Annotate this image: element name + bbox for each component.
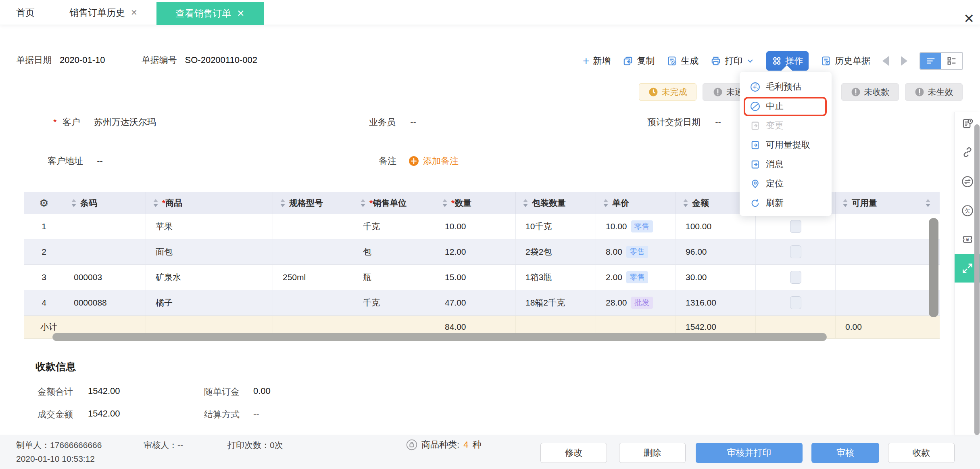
tab-home[interactable]: 首页 — [16, 0, 35, 25]
menu-item-available-extract[interactable]: 可用量提取 — [740, 135, 832, 155]
modify-button[interactable]: 修改 — [540, 443, 607, 463]
audit-and-print-button[interactable]: 审核并打印 — [696, 443, 803, 463]
doc-arrow-icon — [750, 140, 760, 150]
horizontal-scrollbar[interactable] — [52, 333, 827, 341]
salesman-field[interactable]: 业务员 -- — [369, 116, 416, 128]
sort-icon — [926, 199, 930, 207]
sort-icon — [71, 199, 76, 207]
location-pin-icon — [750, 179, 760, 189]
menu-item-label: 中止 — [766, 100, 784, 112]
row-checkbox[interactable] — [790, 245, 801, 258]
cell-select — [756, 265, 836, 290]
table-vertical-scrollbar[interactable] — [929, 218, 938, 317]
menu-item-profit-estimate[interactable]: 毛 毛利预估 — [740, 77, 832, 96]
action-label: 操作 — [785, 55, 803, 67]
price-type-tag[interactable]: 零售 — [626, 271, 648, 283]
row-checkbox[interactable] — [790, 296, 801, 309]
tab-view-sales-order[interactable]: 查看销售订单 ✕ — [156, 2, 264, 25]
price-type-tag[interactable]: 批发 — [631, 297, 653, 309]
cell-select — [756, 290, 836, 315]
table-row[interactable]: 1 苹果 千克 10.00 10千克 10.00零售 100.00 — [24, 214, 940, 239]
print-button[interactable]: 打印 — [711, 55, 754, 67]
menu-item-label: 定位 — [766, 178, 784, 190]
col-header-product[interactable]: *商品 — [146, 192, 273, 214]
add-button[interactable]: + 新增 — [583, 55, 611, 67]
col-header-spec[interactable]: 规格型号 — [273, 192, 353, 214]
deal-amount-label: 成交金额 — [38, 408, 73, 421]
table-row[interactable]: 3 000003 矿泉水 250ml 瓶 15.00 1箱3瓶 2.00零售 3… — [24, 265, 940, 290]
row-checkbox[interactable] — [790, 220, 801, 233]
row-checkbox[interactable] — [790, 271, 801, 284]
customer-field[interactable]: * 客户 苏州万达沃尔玛 — [53, 116, 156, 128]
col-header-unit[interactable]: *销售单位 — [353, 192, 435, 214]
cell-available — [836, 239, 918, 264]
cell-qty: 15.00 — [435, 265, 516, 290]
cell-available — [836, 214, 918, 239]
close-tab-icon[interactable]: ✕ — [237, 8, 244, 19]
history-docs-button[interactable]: 历史单据 — [821, 55, 870, 67]
price-type-tag[interactable]: 零售 — [631, 220, 653, 232]
close-tab-icon[interactable]: ✕ — [131, 8, 138, 17]
menu-item-label: 消息 — [766, 158, 784, 170]
next-doc-icon[interactable] — [901, 56, 907, 66]
cell-unit: 包 — [353, 239, 435, 264]
money-ticket-icon[interactable]: ¥ — [961, 233, 974, 245]
column-settings[interactable]: ⚙ — [24, 192, 64, 214]
customer-address-field[interactable]: 客户地址 -- — [48, 155, 103, 167]
chevron-down-icon[interactable] — [746, 57, 754, 65]
list-view-button[interactable] — [920, 53, 941, 69]
cell-pkg: 18箱2千克 — [516, 290, 596, 315]
delivery-date-field[interactable]: 预计交货日期 -- — [647, 116, 721, 128]
col-header-pkg-qty[interactable]: 包装数量 — [516, 192, 596, 214]
audit-button[interactable]: 审核 — [811, 443, 879, 463]
card-view-icon — [946, 55, 957, 67]
amount-total-value: 1542.00 — [88, 386, 120, 396]
status-badge-unfinished: 未完成 — [639, 83, 696, 101]
footer-bar: 制单人：17666666666 2020-01-10 10:53:12 审核人：… — [0, 435, 980, 469]
deposit-label: 随单订金 — [204, 386, 240, 398]
menu-item-message[interactable]: 消息 — [740, 155, 832, 174]
table-row[interactable]: 4 0000088 橘子 千克 47.00 18箱2千克 28.00批发 131… — [24, 290, 940, 316]
card-view-button[interactable] — [941, 53, 962, 69]
generate-button[interactable]: 生成 — [667, 55, 699, 67]
col-header-price[interactable]: 单价 — [596, 192, 676, 214]
col-header-available[interactable]: 可用量 — [836, 192, 918, 214]
price-type-tag[interactable]: 零售 — [626, 246, 648, 258]
created-time: 2020-01-10 10:53:12 — [16, 454, 95, 464]
cell-spec — [273, 290, 353, 315]
menu-item-refresh[interactable]: 刷新 — [740, 193, 832, 213]
col-header-extra[interactable] — [918, 192, 940, 214]
menu-item-abort[interactable]: 中止 — [740, 96, 832, 116]
doc-log-icon[interactable] — [961, 117, 974, 130]
doc-no-value: SO-20200110-002 — [185, 55, 257, 65]
svg-text:¥: ¥ — [965, 237, 969, 243]
copy-button[interactable]: 复制 — [623, 55, 655, 67]
refresh-icon — [750, 198, 760, 208]
col-header-qty[interactable]: *数量 — [435, 192, 516, 214]
copy-icon — [623, 56, 633, 66]
page-vertical-scrollbar[interactable] — [974, 124, 980, 435]
list-view-icon — [925, 55, 936, 67]
cell-available — [836, 265, 918, 290]
add-label: 新增 — [593, 55, 611, 67]
cell-amount: 1316.00 — [676, 290, 756, 315]
delete-button[interactable]: 删除 — [619, 443, 686, 463]
remark-label: 备注 — [379, 155, 396, 167]
sort-icon — [442, 199, 447, 207]
print-count-info: 打印次数：0次 — [227, 440, 283, 451]
receive-payment-button[interactable]: 收款 — [888, 443, 955, 463]
cell-price: 8.00零售 — [596, 239, 676, 264]
badge-label: 未收款 — [864, 86, 890, 98]
close-icon[interactable]: ✕ — [963, 12, 974, 25]
table-row[interactable]: 2 面包 包 12.00 2袋2包 8.00零售 96.00 — [24, 239, 940, 265]
prev-doc-icon[interactable] — [882, 56, 889, 66]
link-icon[interactable] — [961, 146, 974, 158]
menu-item-locate[interactable]: 定位 — [740, 174, 832, 193]
transfer-icon[interactable] — [961, 176, 974, 188]
debt-icon[interactable]: 欠 — [961, 205, 974, 217]
add-remark-button[interactable]: 添加备注 — [409, 155, 459, 167]
status-badge-unpaid: 未收款 — [841, 83, 899, 101]
tab-sales-order-history[interactable]: 销售订单历史 ✕ — [69, 0, 138, 25]
col-header-barcode[interactable]: 条码 — [64, 192, 146, 214]
salesman-label: 业务员 — [369, 117, 396, 127]
